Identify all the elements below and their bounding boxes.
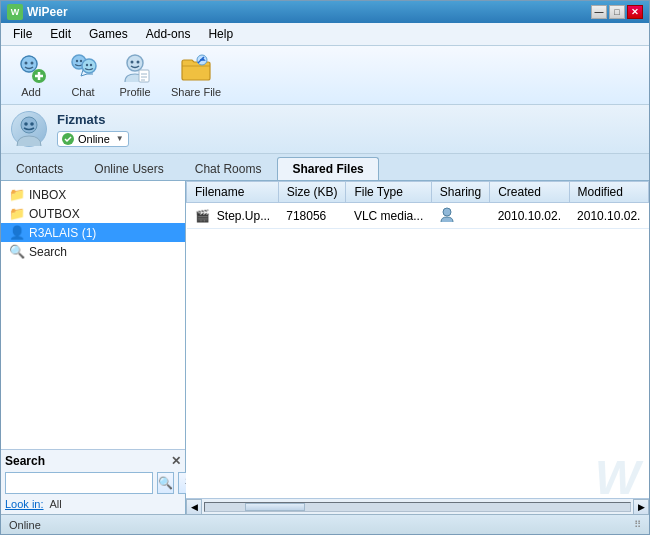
h-scroll-left-button[interactable]: ◀ [186, 499, 202, 515]
user-bar: Fizmats Online ▼ [1, 105, 649, 154]
tab-chat-rooms[interactable]: Chat Rooms [180, 157, 277, 180]
file-icon: 🎬 [195, 209, 210, 223]
cell-size: 718056 [278, 203, 346, 229]
r3alais-icon: 👤 [9, 225, 25, 240]
search-submit-button[interactable]: 🔍 [157, 472, 174, 494]
col-filetype[interactable]: File Type [346, 182, 431, 203]
right-panel: Filename Size (KB) File Type Sharing Cre… [186, 181, 649, 514]
table-scroll-wrapper[interactable]: Filename Size (KB) File Type Sharing Cre… [186, 181, 649, 498]
sharing-icon [439, 206, 455, 222]
svg-point-23 [24, 122, 28, 126]
cell-filetype: VLC media... [346, 203, 431, 229]
h-scroll-thumb[interactable] [245, 503, 305, 511]
status-text: Online [78, 133, 110, 145]
file-table-header: Filename Size (KB) File Type Sharing Cre… [187, 182, 649, 203]
share-file-icon [180, 52, 212, 84]
cell-filename: 🎬 Step.Up... [187, 203, 279, 229]
toolbar-chat-label: Chat [71, 86, 94, 98]
cell-sharing [431, 203, 489, 229]
folder-search[interactable]: 🔍 Search [1, 242, 185, 261]
status-indicator [62, 133, 74, 145]
tab-shared-files[interactable]: Shared Files [277, 157, 378, 180]
tab-contacts[interactable]: Contacts [1, 157, 78, 180]
col-sharing[interactable]: Sharing [431, 182, 489, 203]
folder-outbox[interactable]: 📁 OUTBOX [1, 204, 185, 223]
svg-point-12 [90, 64, 92, 66]
chat-icon [67, 52, 99, 84]
h-scroll-right-button[interactable]: ▶ [633, 499, 649, 515]
h-scroll-area: ◀ ▶ [186, 498, 649, 514]
toolbar-profile-label: Profile [119, 86, 150, 98]
toolbar-chat-button[interactable]: Chat [61, 50, 105, 100]
col-modified[interactable]: Modified [569, 182, 648, 203]
svg-point-14 [131, 61, 134, 64]
toolbar-add-label: Add [21, 86, 41, 98]
r3alais-label: R3ALAIS (1) [29, 226, 96, 240]
title-buttons: — □ ✕ [591, 5, 643, 19]
minimize-button[interactable]: — [591, 5, 607, 19]
table-row[interactable]: 🎬 Step.Up... 718056 VLC media... [187, 203, 649, 229]
svg-point-2 [25, 62, 28, 65]
svg-point-11 [86, 64, 88, 66]
profile-icon [119, 52, 151, 84]
folder-r3alais[interactable]: 👤 R3ALAIS (1) [1, 223, 185, 242]
col-size[interactable]: Size (KB) [278, 182, 346, 203]
inbox-label: INBOX [29, 188, 66, 202]
cell-modified: 2010.10.02. [569, 203, 648, 229]
col-created[interactable]: Created [490, 182, 569, 203]
cell-created: 2010.10.02. [490, 203, 569, 229]
left-panel: 📁 INBOX 📁 OUTBOX 👤 R3ALAIS (1) 🔍 Search [1, 181, 186, 514]
title-bar-left: W WiPeer [7, 4, 68, 20]
svg-point-13 [127, 55, 143, 71]
h-scroll-track[interactable] [204, 502, 631, 512]
menu-addons[interactable]: Add-ons [138, 25, 199, 43]
svg-point-15 [137, 61, 140, 64]
svg-point-8 [76, 60, 78, 62]
add-icon [15, 52, 47, 84]
app-title: WiPeer [27, 5, 68, 19]
menu-bar: File Edit Games Add-ons Help [1, 23, 649, 46]
status-text: Online [9, 519, 41, 531]
outbox-icon: 📁 [9, 206, 25, 221]
col-filename[interactable]: Filename [187, 182, 279, 203]
toolbar: Add Chat [1, 46, 649, 105]
status-bar: Online ⠿ [1, 514, 649, 534]
folder-tree: 📁 INBOX 📁 OUTBOX 👤 R3ALAIS (1) 🔍 Search [1, 181, 185, 449]
look-in-row: Look in: All [5, 498, 181, 510]
menu-edit[interactable]: Edit [42, 25, 79, 43]
inbox-icon: 📁 [9, 187, 25, 202]
tabs-bar: Contacts Online Users Chat Rooms Shared … [1, 154, 649, 181]
search-input[interactable] [5, 472, 153, 494]
menu-help[interactable]: Help [200, 25, 241, 43]
user-avatar [11, 111, 47, 147]
app-window: W WiPeer — □ ✕ File Edit Games Add-ons H… [0, 0, 650, 535]
look-in-label[interactable]: Look in: [5, 498, 44, 510]
folder-inbox[interactable]: 📁 INBOX [1, 185, 185, 204]
user-info: Fizmats Online ▼ [57, 112, 129, 147]
look-in-value: All [50, 498, 62, 510]
toolbar-add-button[interactable]: Add [9, 50, 53, 100]
menu-games[interactable]: Games [81, 25, 136, 43]
search-section: Search ✕ 🔍 Stop Look in: All [1, 449, 185, 514]
svg-point-3 [31, 62, 34, 65]
file-table: Filename Size (KB) File Type Sharing Cre… [186, 181, 649, 229]
menu-file[interactable]: File [5, 25, 40, 43]
maximize-button[interactable]: □ [609, 5, 625, 19]
svg-point-24 [30, 122, 34, 126]
username: Fizmats [57, 112, 129, 127]
main-content: 📁 INBOX 📁 OUTBOX 👤 R3ALAIS (1) 🔍 Search [1, 181, 649, 514]
search-input-row: 🔍 Stop [5, 472, 181, 494]
svg-point-9 [80, 60, 82, 62]
resize-grip[interactable]: ⠿ [634, 519, 641, 530]
search-folder-icon: 🔍 [9, 244, 25, 259]
toolbar-sharefile-button[interactable]: Share File [165, 50, 227, 100]
close-button[interactable]: ✕ [627, 5, 643, 19]
search-close-button[interactable]: ✕ [171, 454, 181, 468]
search-label-row: Search ✕ [5, 454, 181, 468]
toolbar-profile-button[interactable]: Profile [113, 50, 157, 100]
tab-online-users[interactable]: Online Users [79, 157, 178, 180]
svg-point-22 [21, 117, 37, 133]
svg-point-10 [82, 59, 96, 73]
status-dropdown[interactable]: Online ▼ [57, 131, 129, 147]
toolbar-sharefile-label: Share File [171, 86, 221, 98]
